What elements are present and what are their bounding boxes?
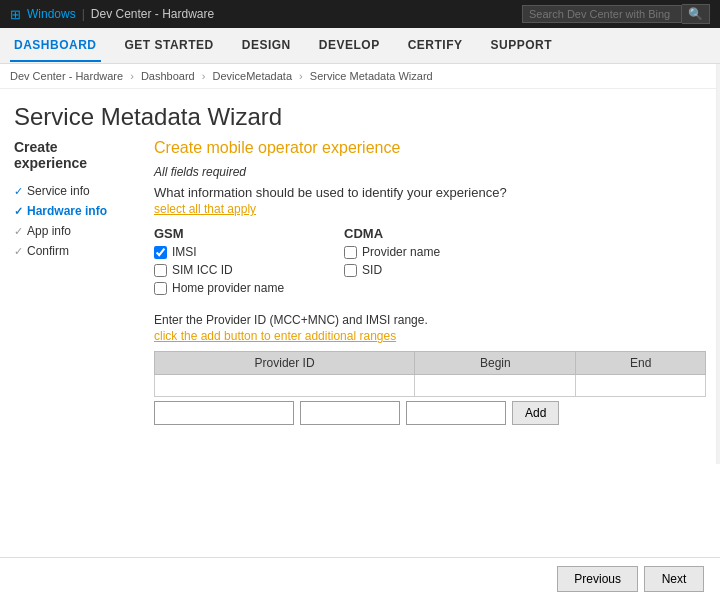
provider-id-input[interactable] (154, 401, 294, 425)
content-title: Create mobile operator experience (154, 139, 706, 157)
topbar-title: Dev Center - Hardware (91, 7, 214, 21)
provider-id-text: Enter the Provider ID (MCC+MNC) and IMSI… (154, 313, 706, 327)
breadcrumb-sep3: › (299, 70, 303, 82)
search-bar: 🔍 (522, 4, 710, 24)
cdma-providername-item[interactable]: Provider name (344, 245, 440, 259)
nav-get-started[interactable]: GET STARTED (121, 30, 218, 62)
sidebar-service-info-label: Service info (27, 184, 90, 198)
add-button[interactable]: Add (512, 401, 559, 425)
hardware-info-check: ✓ (14, 205, 23, 218)
fields-question: What information should be used to ident… (154, 185, 706, 200)
main-layout: Create experience ✓ Service info ✓ Hardw… (0, 139, 720, 425)
service-info-check: ✓ (14, 185, 23, 198)
nav-design[interactable]: DESIGN (238, 30, 295, 62)
gsm-homeprovider-item[interactable]: Home provider name (154, 281, 284, 295)
table-empty-row (155, 375, 706, 397)
sidebar-hardware-info-label: Hardware info (27, 204, 107, 218)
content: Create mobile operator experience All fi… (154, 139, 706, 425)
sidebar-item-hardware-info[interactable]: ✓ Hardware info (14, 201, 134, 221)
sidebar: Create experience ✓ Service info ✓ Hardw… (14, 139, 134, 425)
breadcrumb-sep1: › (130, 70, 134, 82)
next-button[interactable]: Next (644, 566, 704, 592)
app-info-check: ✓ (14, 225, 23, 238)
gsm-simiccid-checkbox[interactable] (154, 264, 167, 277)
confirm-check: ✓ (14, 245, 23, 258)
top-bar: ⊞ Windows | Dev Center - Hardware 🔍 (0, 0, 720, 28)
end-input[interactable] (406, 401, 506, 425)
breadcrumb-devicemetadata[interactable]: DeviceMetadata (213, 70, 293, 82)
checkboxes-area: GSM IMSI SIM ICC ID Home provider name C… (154, 226, 706, 299)
sidebar-item-confirm[interactable]: ✓ Confirm (14, 241, 134, 261)
table-empty-end (576, 375, 706, 397)
nav-certify[interactable]: CERTIFY (404, 30, 467, 62)
vertical-divider (716, 64, 720, 464)
gsm-simiccid-item[interactable]: SIM ICC ID (154, 263, 284, 277)
page-title: Service Metadata Wizard (14, 103, 706, 131)
gsm-title: GSM (154, 226, 284, 241)
cdma-sid-label: SID (362, 263, 382, 277)
provider-table: Provider ID Begin End (154, 351, 706, 397)
sidebar-app-info-label: App info (27, 224, 71, 238)
windows-logo: ⊞ (10, 7, 21, 22)
sidebar-confirm-label: Confirm (27, 244, 69, 258)
table-header-end: End (576, 352, 706, 375)
add-row: Add (154, 401, 706, 425)
divider: | (82, 7, 85, 21)
page-title-area: Service Metadata Wizard (0, 89, 720, 139)
cdma-title: CDMA (344, 226, 440, 241)
nav-develop[interactable]: DEVELOP (315, 30, 384, 62)
nav-dashboard[interactable]: DASHBOARD (10, 30, 101, 62)
topbar-windows-label: Windows (27, 7, 76, 21)
breadcrumb-wizard: Service Metadata Wizard (310, 70, 433, 82)
gsm-imsi-checkbox[interactable] (154, 246, 167, 259)
gsm-column: GSM IMSI SIM ICC ID Home provider name (154, 226, 284, 299)
breadcrumb: Dev Center - Hardware › Dashboard › Devi… (0, 64, 720, 89)
gsm-imsi-item[interactable]: IMSI (154, 245, 284, 259)
sidebar-title: Create experience (14, 139, 134, 171)
cdma-column: CDMA Provider name SID (344, 226, 440, 299)
nav-bar: DASHBOARD GET STARTED DESIGN DEVELOP CER… (0, 28, 720, 64)
previous-button[interactable]: Previous (557, 566, 638, 592)
nav-support[interactable]: SUPPORT (487, 30, 557, 62)
search-input[interactable] (522, 5, 682, 23)
table-header-begin: Begin (415, 352, 576, 375)
gsm-homeprovider-checkbox[interactable] (154, 282, 167, 295)
fields-required: All fields required (154, 165, 706, 179)
gsm-imsi-label: IMSI (172, 245, 197, 259)
add-ranges-link[interactable]: click the add button to enter additional… (154, 329, 706, 343)
sidebar-item-app-info[interactable]: ✓ App info (14, 221, 134, 241)
search-button[interactable]: 🔍 (682, 4, 710, 24)
gsm-simiccid-label: SIM ICC ID (172, 263, 233, 277)
cdma-providername-checkbox[interactable] (344, 246, 357, 259)
breadcrumb-sep2: › (202, 70, 206, 82)
cdma-sid-checkbox[interactable] (344, 264, 357, 277)
select-all-link[interactable]: select all that apply (154, 202, 706, 216)
bottom-nav: Previous Next (0, 557, 720, 600)
breadcrumb-dashboard[interactable]: Dashboard (141, 70, 195, 82)
table-empty-providerid (155, 375, 415, 397)
gsm-homeprovider-label: Home provider name (172, 281, 284, 295)
cdma-providername-label: Provider name (362, 245, 440, 259)
table-empty-begin (415, 375, 576, 397)
cdma-sid-item[interactable]: SID (344, 263, 440, 277)
table-header-providerid: Provider ID (155, 352, 415, 375)
begin-input[interactable] (300, 401, 400, 425)
breadcrumb-devcenterhardware[interactable]: Dev Center - Hardware (10, 70, 123, 82)
sidebar-item-service-info[interactable]: ✓ Service info (14, 181, 134, 201)
